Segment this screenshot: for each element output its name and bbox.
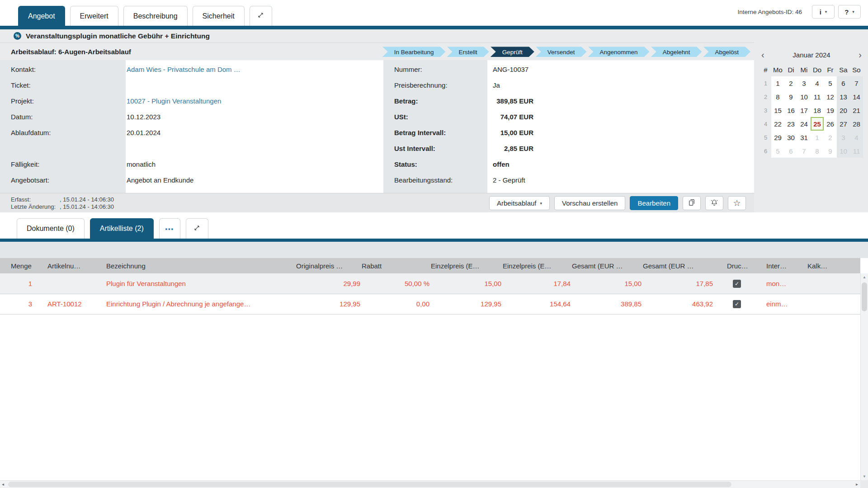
calendar-day-16[interactable]: 16 [784,103,797,117]
calendar-day-3[interactable]: 3 [797,76,811,90]
tab-angebot[interactable]: Angebot [18,6,65,26]
preview-button[interactable]: Vorschau erstellen [554,196,625,210]
horizontal-scrollbar[interactable]: ◂ ▸ [0,480,868,488]
calendar-day-8[interactable]: 8 [771,90,784,103]
notification-button[interactable] [705,196,723,210]
workflow-menu-button[interactable]: Arbeitsablauf ▾ [489,196,550,210]
workflow-step-versendet[interactable]: Versendet [536,47,587,57]
calendar-day-18[interactable]: 18 [811,103,824,117]
calendar-day-4[interactable]: 4 [850,131,863,144]
tab-sicherheit[interactable]: Sicherheit [193,6,245,26]
calendar-weekday-mo: Mo [771,63,784,76]
calendar-day-11[interactable]: 11 [811,90,824,103]
calendar-day-1[interactable]: 1 [771,76,784,90]
horizontal-scroll-thumb[interactable] [8,482,731,487]
calendar-day-4[interactable]: 4 [811,76,824,90]
calendar-day-12[interactable]: 12 [824,90,837,103]
calendar-day-21[interactable]: 21 [850,103,863,117]
edit-button[interactable]: Bearbeiten [630,196,678,210]
col-inter[interactable]: Inter… [760,258,800,273]
calendar-day-14[interactable]: 14 [850,90,863,103]
calendar-day-10[interactable]: 10 [837,144,850,158]
workflow-step-in-bearbeitung[interactable]: In Bearbeitung [382,47,446,57]
calendar-day-3[interactable]: 3 [837,131,850,144]
calendar-day-13[interactable]: 13 [837,90,850,103]
tab-beschreibung[interactable]: Beschreibung [123,6,188,26]
calendar-day-31[interactable]: 31 [797,131,811,144]
calendar-week-number: 4 [760,117,771,131]
tab-artikelliste-2[interactable]: Artikelliste (2) [90,218,154,239]
workflow-step-abgelehnt[interactable]: Abgelehnt [651,47,702,57]
scroll-right-icon[interactable]: ▸ [856,481,858,488]
vertical-scrollbar[interactable]: ▲ ▼ [860,273,868,480]
col-einzelpreis-e[interactable]: Einzelpreis (E… [431,258,503,273]
field-value-link[interactable]: 10027 - Plugin Veranstaltungen [127,97,221,105]
info-button[interactable]: i ▾ [812,5,835,19]
calendar-day-2[interactable]: 2 [824,131,837,144]
calendar-day-28[interactable]: 28 [850,117,863,131]
favorite-button[interactable]: ☆ [728,196,746,210]
tab-erweitert[interactable]: Erweitert [70,6,118,26]
calendar-day-15[interactable]: 15 [771,103,784,117]
druck-checkbox[interactable]: ✓ [733,300,741,308]
vertical-scroll-thumb[interactable] [862,282,867,311]
scroll-left-icon[interactable]: ◂ [2,481,4,488]
col-einzelpreis-e[interactable]: Einzelpreis (E… [503,258,572,273]
col-originalpreis[interactable]: Originalpreis … [296,258,362,273]
field-value-link[interactable]: Adam Wies - Privatschule am Dom … [127,66,241,73]
calendar-week-number: 2 [760,90,771,103]
col-gesamt-eur[interactable]: Gesamt (EUR … [643,258,714,273]
col-druc[interactable]: Druc… [714,258,760,273]
calendar-day-6[interactable]: 6 [837,76,850,90]
calendar-day-24[interactable]: 24 [797,117,811,131]
field-preisberechnung: Preisberechnung:Ja [383,77,754,93]
calendar-day-2[interactable]: 2 [784,76,797,90]
calendar-prev-icon[interactable]: ‹ [761,50,764,59]
calendar-day-20[interactable]: 20 [837,103,850,117]
top-expand-tab[interactable] [250,6,272,26]
calendar-day-17[interactable]: 17 [797,103,811,117]
calendar-day-11[interactable]: 11 [850,144,863,158]
more-tabs-button[interactable]: ••• [159,218,180,239]
druck-checkbox[interactable]: ✓ [733,280,741,288]
workflow-step-geprüft[interactable]: Geprüft [491,47,534,57]
col-bezeichnung[interactable]: Bezeichnung [97,258,296,273]
tab-dokumente-0[interactable]: Dokumente (0) [17,218,85,239]
workflow-step-abgelöst[interactable]: Abgelöst [703,47,750,57]
col-kalk[interactable]: Kalk… [800,258,860,273]
field-value-cell: 2,85 EUR [487,145,533,152]
calendar-day-8[interactable]: 8 [811,144,824,158]
copy-button[interactable] [683,196,701,210]
workflow-step-erstellt[interactable]: Erstellt [447,47,489,57]
calendar-day-19[interactable]: 19 [824,103,837,117]
calendar-day-22[interactable]: 22 [771,117,784,131]
scroll-up-icon[interactable]: ▲ [861,275,868,279]
bottom-expand-tab[interactable] [186,218,208,239]
calendar-day-26[interactable]: 26 [824,117,837,131]
calendar-day-30[interactable]: 30 [784,131,797,144]
calendar-next-icon[interactable]: › [859,50,862,59]
calendar-day-9[interactable]: 9 [824,144,837,158]
article-row[interactable]: 3ART-10012Einrichtung Plugin / Abrechnun… [0,294,860,314]
calendar-day-25[interactable]: 25 [811,117,824,131]
article-row[interactable]: 1Plugin für Veranstaltungen29,9950,00 %1… [0,273,860,294]
calendar-day-7[interactable]: 7 [850,76,863,90]
calendar-day-9[interactable]: 9 [784,90,797,103]
calendar-day-1[interactable]: 1 [811,131,824,144]
calendar-day-29[interactable]: 29 [771,131,784,144]
col-gesamt-eur[interactable]: Gesamt (EUR … [572,258,643,273]
calendar-day-27[interactable]: 27 [837,117,850,131]
calendar-day-5[interactable]: 5 [771,144,784,158]
calendar-day-7[interactable]: 7 [797,144,811,158]
field-label: Angebotsart: [0,176,126,184]
calendar-day-6[interactable]: 6 [784,144,797,158]
calendar-day-10[interactable]: 10 [797,90,811,103]
col-menge[interactable]: Menge [0,258,38,273]
calendar-day-23[interactable]: 23 [784,117,797,131]
help-button[interactable]: ? ▾ [838,5,861,19]
col-artikelnu[interactable]: Artikelnu… [38,258,97,273]
calendar-day-5[interactable]: 5 [824,76,837,90]
col-rabatt[interactable]: Rabatt [362,258,431,273]
workflow-step-angenommen[interactable]: Angenommen [588,47,650,57]
scroll-down-icon[interactable]: ▼ [861,474,868,479]
